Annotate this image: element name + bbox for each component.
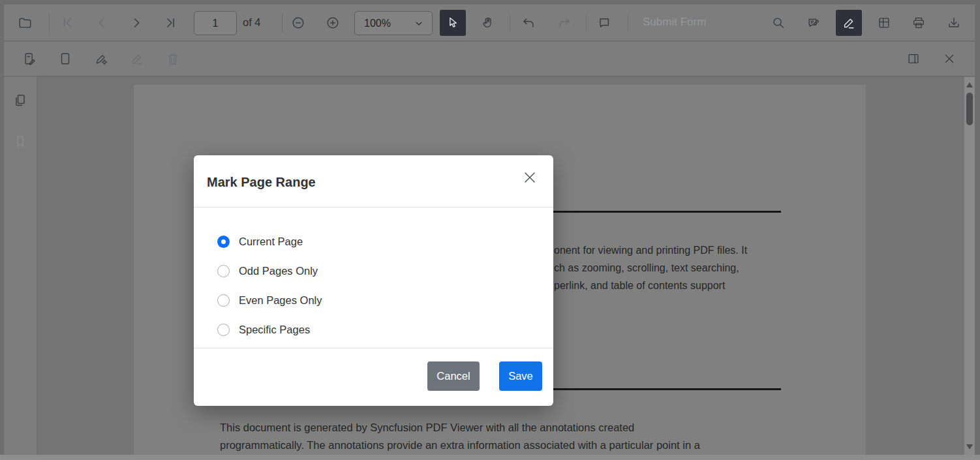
text-select-tool-button[interactable] [440, 10, 466, 36]
undo-button[interactable] [517, 11, 540, 35]
side-panel-icon [906, 52, 921, 66]
document-text-line: onent for viewing and printing PDF files… [554, 241, 747, 259]
page-count-label: of 4 [243, 16, 261, 29]
radio-icon[interactable] [217, 294, 230, 307]
vertical-scrollbar[interactable] [964, 77, 975, 455]
cancel-button[interactable]: Cancel [427, 361, 480, 391]
page-background-strip [0, 455, 980, 460]
bookmark-icon [12, 134, 28, 149]
scroll-up-arrow[interactable] [966, 82, 973, 87]
mark-page-range-dialog: Mark Page Range Current Page Odd Pages O… [194, 155, 553, 406]
bookmarks-button[interactable] [8, 129, 33, 154]
redo-button[interactable] [553, 11, 576, 35]
zoom-in-button[interactable] [321, 11, 345, 35]
radio-option-odd-pages[interactable]: Odd Pages Only [217, 256, 553, 286]
zoom-level-value: 100% [364, 18, 391, 29]
comment-panel-button[interactable] [902, 47, 925, 70]
document-text-line: ch as zooming, scrolling, text searching… [554, 259, 739, 277]
open-file-button[interactable] [13, 11, 37, 35]
pdf-viewer-window: of 4 100% [0, 0, 980, 460]
document-text-line: programmatically. The annotations provid… [220, 437, 911, 454]
radio-selected-icon[interactable] [217, 236, 230, 248]
toolbar-separator [49, 14, 50, 32]
comment-button[interactable] [592, 11, 616, 35]
dialog-footer: Cancel Save [194, 348, 553, 405]
pen-settings-icon [94, 52, 108, 66]
print-button[interactable] [907, 11, 930, 35]
radio-icon[interactable] [217, 265, 230, 277]
last-page-button[interactable] [159, 11, 183, 35]
comment-edit-icon [806, 16, 821, 30]
document-paragraph: This document is generated by Syncfusion… [220, 419, 911, 454]
pages-icon [12, 93, 28, 108]
hand-icon [481, 16, 495, 30]
download-button[interactable] [942, 11, 966, 35]
blank-page-icon [58, 52, 72, 66]
document-text-line: This document is generated by Syncfusion… [220, 419, 911, 437]
dialog-header: Mark Page Range [194, 155, 553, 207]
pen-icon [842, 16, 856, 30]
ink-settings-button[interactable] [89, 47, 113, 70]
new-page-button[interactable] [54, 47, 77, 70]
form-grid-icon [877, 16, 891, 30]
dialog-body: Current Page Odd Pages Only Even Pages O… [194, 207, 553, 348]
delete-annotation-button[interactable] [161, 47, 185, 70]
edit-document-button[interactable] [18, 47, 42, 70]
close-icon [942, 52, 957, 66]
previous-page-icon [95, 16, 109, 30]
plus-circle-icon [326, 16, 340, 30]
radio-label: Current Page [239, 236, 303, 248]
cursor-arrow-icon [446, 16, 460, 30]
trash-icon [166, 52, 180, 66]
next-page-icon [129, 16, 144, 30]
radio-option-current-page[interactable]: Current Page [217, 227, 553, 256]
annotation-toolbar [4, 42, 975, 76]
dialog-close-button[interactable] [521, 168, 539, 187]
page-thumbnails-button[interactable] [8, 88, 33, 113]
submit-form-button[interactable]: Submit Form [643, 16, 706, 29]
first-page-icon [60, 16, 74, 30]
dialog-title: Mark Page Range [207, 175, 316, 190]
next-page-button[interactable] [125, 11, 148, 35]
navigation-sidebar [4, 77, 37, 455]
zoom-out-button[interactable] [286, 11, 310, 35]
radio-icon[interactable] [217, 324, 230, 336]
search-button[interactable] [767, 11, 790, 35]
scrollbar-thumb[interactable] [966, 93, 973, 125]
download-icon [947, 16, 961, 30]
document-text-line: perlink, and table of contents support [554, 277, 725, 294]
close-toolbar-button[interactable] [938, 47, 961, 70]
previous-page-button[interactable] [90, 11, 114, 35]
zoom-level-dropdown[interactable]: 100% [354, 11, 433, 35]
comment-bubble-icon [597, 16, 611, 30]
folder-open-icon [18, 16, 32, 30]
radio-option-even-pages[interactable]: Even Pages Only [217, 286, 553, 315]
page-number-input[interactable] [194, 11, 237, 35]
comment-annotation-button[interactable] [802, 11, 825, 35]
form-designer-button[interactable] [872, 11, 896, 35]
search-icon [771, 16, 786, 30]
toolbar-separator [510, 14, 510, 32]
pen-underline-icon [130, 52, 144, 66]
radio-label: Odd Pages Only [239, 265, 318, 277]
chevron-down-icon [414, 18, 424, 29]
first-page-button[interactable] [55, 11, 79, 35]
save-button[interactable]: Save [499, 361, 542, 391]
document-edit-icon [23, 52, 37, 66]
toolbar-separator [586, 14, 587, 32]
minus-circle-icon [291, 16, 305, 30]
edit-annotation-button[interactable] [125, 47, 149, 70]
annotation-tool-button[interactable] [836, 10, 862, 36]
pan-tool-button[interactable] [476, 11, 500, 35]
radio-label: Specific Pages [239, 324, 310, 336]
main-toolbar: of 4 100% [4, 5, 975, 41]
last-page-icon [164, 16, 178, 30]
radio-label: Even Pages Only [239, 294, 322, 307]
redo-icon [557, 16, 572, 30]
radio-option-specific-pages[interactable]: Specific Pages [217, 315, 553, 345]
toolbar-separator [628, 14, 628, 32]
toolbar-separator [282, 14, 283, 32]
undo-icon [521, 16, 536, 30]
scroll-down-arrow[interactable] [966, 444, 973, 450]
print-icon [911, 16, 926, 30]
